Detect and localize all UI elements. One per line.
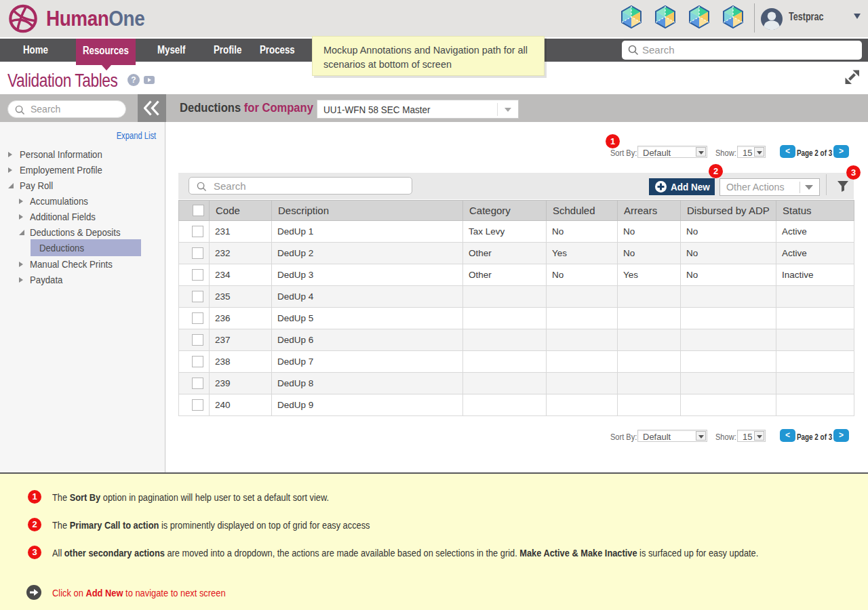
svg-text:?: ? (131, 75, 136, 85)
